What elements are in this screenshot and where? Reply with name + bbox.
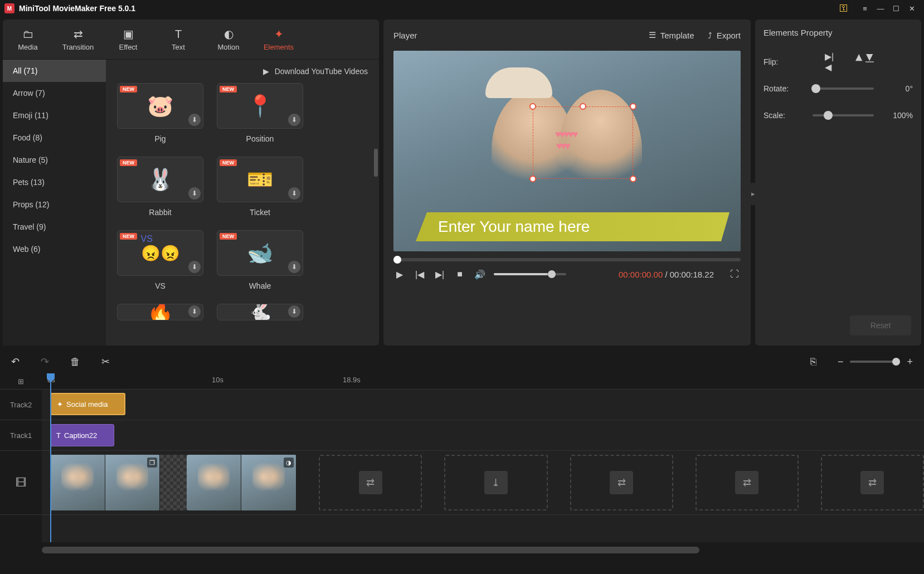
flip-vertical-button[interactable]: ▶|◀ (857, 54, 873, 70)
redo-button[interactable]: ↷ (41, 356, 49, 368)
delete-button[interactable]: 🗑 (70, 356, 80, 368)
new-badge: NEW (220, 233, 237, 240)
category-list: All (71) Arrow (7) Emoji (11) Food (8) N… (3, 60, 106, 346)
zoom-slider[interactable] (850, 361, 900, 363)
scale-label: Scale: (763, 111, 808, 120)
progress-knob[interactable] (393, 256, 401, 264)
scale-slider[interactable] (813, 114, 874, 116)
fit-button[interactable]: ⎘ (810, 356, 816, 368)
selection-box[interactable] (533, 106, 633, 179)
element-emoji: 🐷 (147, 94, 173, 118)
play-button[interactable]: ▶ (393, 268, 406, 280)
add-track-button[interactable]: ⊞ (0, 373, 42, 389)
element-card-VS[interactable]: NEWVS😠😠⬇VS (117, 230, 203, 290)
panel-collapse-handle[interactable]: ▸ (751, 183, 755, 205)
download-icon[interactable]: ⬇ (188, 114, 201, 126)
new-badge: NEW (120, 159, 137, 166)
template-button[interactable]: ☰ Template (649, 30, 694, 40)
element-card-7[interactable]: 🐇⬇ (217, 304, 303, 320)
download-icon[interactable]: ⬇ (288, 187, 300, 200)
element-emoji: 🐇 (247, 304, 273, 320)
minimize-button[interactable]: — (873, 1, 888, 16)
audio-track-icon (0, 514, 42, 542)
tab-transition[interactable]: ⇄ Transition (53, 24, 103, 55)
tab-media[interactable]: 🗀 Media (3, 24, 53, 55)
track2[interactable]: ✦ Social media (42, 389, 924, 420)
stop-button[interactable]: ■ (454, 268, 466, 280)
tab-effect[interactable]: ▣ Effect (103, 24, 153, 55)
clip-caption22[interactable]: T Caption22 (50, 424, 114, 446)
flip-horizontal-button[interactable]: ▶|◀ (825, 54, 840, 70)
category-web[interactable]: Web (6) (3, 238, 106, 260)
library-tabs: 🗀 Media ⇄ Transition ▣ Effect T Text ◐ M… (3, 20, 379, 60)
preview-canvas[interactable]: ♥♥♥♥♥ ♥♥♥ Enter Your name here (393, 51, 741, 251)
elements-scrollbar[interactable] (374, 149, 378, 177)
element-name: Pig (117, 134, 203, 143)
menu-icon[interactable]: ≡ (857, 1, 873, 16)
category-all[interactable]: All (71) (3, 60, 106, 82)
element-card-6[interactable]: 🔥⬇ (117, 304, 203, 320)
download-youtube-link[interactable]: ▶ Download YouTube Videos (106, 60, 379, 83)
audio-track[interactable] (42, 514, 924, 542)
split-button[interactable]: ✂ (101, 356, 110, 368)
volume-slider[interactable] (494, 273, 566, 275)
category-travel[interactable]: Travel (9) (3, 216, 106, 238)
tab-text[interactable]: T Text (153, 24, 203, 55)
timecode: 00:00:00.00 / 00:00:18.22 (619, 270, 714, 279)
track1[interactable]: T Caption22 (42, 420, 924, 450)
video-clip-1[interactable]: ❐ (50, 455, 160, 510)
element-name: Ticket (217, 208, 303, 217)
tab-motion[interactable]: ◐ Motion (203, 24, 254, 55)
video-track[interactable]: ❐ ◑ ⇄ ⤓ ⇄ ⇄ ⇄ (42, 450, 924, 514)
player-panel: Player ☰ Template ⤴ Export ♥♥♥♥♥ ♥♥♥ Ent (383, 20, 751, 346)
download-icon[interactable]: ⬇ (288, 305, 300, 318)
empty-slot[interactable]: ⇄ (821, 455, 924, 510)
progress-bar[interactable] (393, 258, 741, 261)
category-nature[interactable]: Nature (5) (3, 149, 106, 171)
volume-icon[interactable]: 🔊 (474, 268, 486, 280)
element-card-Position[interactable]: NEW📍⬇Position (217, 83, 303, 143)
element-card-Pig[interactable]: NEW🐷⬇Pig (117, 83, 203, 143)
maximize-button[interactable]: ☐ (888, 1, 904, 16)
elements-grid: NEW🐷⬇PigNEW📍⬇PositionNEW🐰⬇RabbitNEW🎫⬇Tic… (106, 83, 379, 346)
category-pets[interactable]: Pets (13) (3, 171, 106, 193)
youtube-icon: ▶ (263, 67, 269, 76)
fullscreen-button[interactable]: ⛶ (728, 268, 741, 280)
undo-button[interactable]: ↶ (11, 356, 20, 368)
timeline-scrollbar[interactable] (42, 547, 918, 553)
category-food[interactable]: Food (8) (3, 127, 106, 149)
reset-button[interactable]: Reset (850, 315, 911, 335)
download-icon[interactable]: ⬇ (188, 261, 201, 273)
zoom-in-button[interactable]: + (907, 356, 913, 368)
prev-frame-button[interactable]: |◀ (414, 268, 426, 280)
download-icon[interactable]: ⬇ (288, 114, 300, 126)
empty-slot[interactable]: ⇄ (696, 455, 799, 510)
clip-social-media[interactable]: ✦ Social media (50, 393, 125, 415)
element-card-Rabbit[interactable]: NEW🐰⬇Rabbit (117, 157, 203, 217)
close-button[interactable]: ✕ (904, 1, 920, 16)
download-icon[interactable]: ⬇ (288, 261, 300, 273)
video-clip-2[interactable]: ◑ (187, 455, 296, 510)
license-key-icon[interactable]: ⚿ (836, 1, 852, 16)
download-icon[interactable]: ⬇ (188, 305, 201, 318)
next-frame-button[interactable]: ▶| (434, 268, 446, 280)
transition-slot[interactable] (160, 455, 186, 510)
empty-slot[interactable]: ⤓ (444, 455, 547, 510)
export-button[interactable]: ⤴ Export (708, 31, 741, 40)
playhead[interactable] (50, 373, 51, 542)
empty-slot[interactable]: ⇄ (319, 455, 422, 510)
rotate-slider[interactable] (813, 87, 874, 90)
element-card-Whale[interactable]: NEW🐋⬇Whale (217, 230, 303, 290)
category-arrow[interactable]: Arrow (7) (3, 82, 106, 104)
download-icon[interactable]: ⬇ (188, 187, 201, 200)
category-props[interactable]: Props (12) (3, 193, 106, 216)
element-card-Ticket[interactable]: NEW🎫⬇Ticket (217, 157, 303, 217)
category-emoji[interactable]: Emoji (11) (3, 104, 106, 127)
empty-slot[interactable]: ⇄ (570, 455, 673, 510)
swap-icon: ⇄ (735, 471, 758, 494)
tab-elements[interactable]: ✦ Elements (254, 24, 304, 55)
element-name: Whale (217, 281, 303, 290)
caption-overlay[interactable]: Enter Your name here (416, 212, 730, 241)
time-ruler[interactable]: 0s 10s 18.9s (42, 373, 924, 389)
zoom-out-button[interactable]: − (838, 356, 844, 368)
